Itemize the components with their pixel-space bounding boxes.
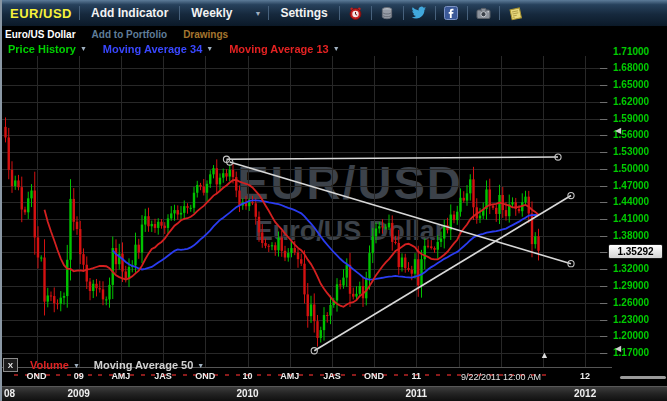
x-axis-quarter-label: OND [185,371,225,381]
ma50-dropdown[interactable]: Moving Average 50 [94,359,193,371]
x-axis-quarter-label: AMJ [101,371,141,381]
add-to-portfolio-link[interactable]: Add to Portfolio [92,29,168,40]
y-axis-label: 1.41000 [613,213,663,224]
security-name: Euro/US Dollar [5,29,76,40]
chart-application-window: EUR/USD Add Indicator Weekly ▼ Settings [0,0,667,401]
volume-dropdown[interactable]: Volume [30,359,69,371]
security-header-row: Euro/US Dollar Add to Portfolio Drawings [0,27,667,41]
toolbar-separator [268,6,269,20]
x-axis-year-label: 2011 [401,388,431,399]
y-axis-label: 1.65000 [613,79,663,90]
x-axis-quarter-label: 11 [396,371,436,381]
twitter-icon[interactable] [411,5,428,22]
add-indicator-button[interactable]: Add Indicator [87,6,172,20]
y-axis-label: 1.32000 [613,263,663,274]
x-axis-quarter-label: JAS [312,371,352,381]
ma13-dropdown[interactable]: Moving Average 13 ▼ [229,43,339,55]
y-axis-label: 1.59000 [613,113,663,124]
toolbar-separator [371,6,372,20]
ma34-dropdown[interactable]: Moving Average 34 ▼ [103,43,213,55]
toolbar-separator [435,6,436,20]
chevron-down-icon: ▼ [206,45,213,52]
y-axis-label: 1.53000 [613,146,663,157]
toolbar-separator [499,6,500,20]
x-axis-year-label: 2012 [570,388,600,399]
y-axis-label: 1.29000 [613,280,663,291]
alarm-icon[interactable] [347,5,364,22]
price-history-dropdown[interactable]: Price History ▼ [8,43,87,55]
chevron-down-icon: ▼ [197,362,204,369]
price-history-label: Price History [8,43,76,55]
cursor-date-label: 9/22/2011 12:00 AM [443,372,559,382]
x-axis-quarter-label: JAS [143,371,183,381]
price-chart-canvas[interactable] [0,54,612,370]
x-axis-quarter-label: 12 [565,371,605,381]
toolbar-separator [179,6,180,20]
drawings-link[interactable]: Drawings [183,29,228,40]
toolbar-separator [403,6,404,20]
indicator-legend-row: Price History ▼ Moving Average 34 ▼ Movi… [0,41,667,56]
chevron-down-icon: ▼ [73,362,80,369]
period-label: Weekly [191,6,232,20]
ma13-label: Moving Average 13 [229,43,328,55]
y-axis-label: 1.20000 [613,330,663,341]
y-axis-label: 1.47000 [613,180,663,191]
toolbar-separator [79,6,80,20]
year-axis-strip [0,386,667,401]
y-axis-label: 1.44000 [613,196,663,207]
y-axis-label: 1.50000 [613,163,663,174]
last-price-badge: 1.35292 [608,244,663,259]
y-axis-label: 1.26000 [613,297,663,308]
y-axis-label: 1.62000 [613,96,663,107]
cursor-position-marker: ▲ [540,350,549,360]
chevron-down-icon: ▼ [333,45,340,52]
x-axis-quarter-label: OND [354,371,394,381]
axis-range-marker-high: ◀ [615,126,621,135]
x-axis-year-label: 2010 [233,388,263,399]
volume-pane-header: X Volume ▼ Moving Average 50 ▼ [3,358,204,372]
facebook-icon[interactable] [443,5,460,22]
y-axis-label: 1.68000 [613,62,663,73]
x-axis-year-label: 2009 [64,388,94,399]
x-axis-quarter-label: OND [17,371,57,381]
x-axis-quarter-label: 09 [59,371,99,381]
chevron-down-icon: ▼ [80,45,87,52]
close-volume-pane-button[interactable]: X [3,358,18,372]
y-axis-label: 1.23000 [613,314,663,325]
camera-icon[interactable] [475,5,492,22]
window-left-border [0,0,2,401]
portfolio-coins-icon[interactable] [379,5,396,22]
y-axis-label: 1.38000 [613,230,663,241]
x-axis-year-label: 08 [4,388,15,399]
ma34-label: Moving Average 34 [103,43,202,55]
settings-button[interactable]: Settings [276,6,331,20]
toolbar-separator [467,6,468,20]
notes-icon[interactable] [507,5,524,22]
month-tick [436,374,440,376]
x-axis-quarter-label: AMJ [270,371,310,381]
toolbar-separator [339,6,340,20]
chevron-down-icon: ▼ [255,10,262,17]
symbol-label[interactable]: EUR/USD [10,6,72,21]
x-axis-quarter-label: 10 [228,371,268,381]
axis-scrollbar-thumb[interactable] [620,376,666,379]
period-dropdown[interactable]: Weekly [187,6,236,20]
toolbar: EUR/USD Add Indicator Weekly ▼ Settings [0,0,667,27]
axis-range-marker-low: ◀ [615,344,621,353]
